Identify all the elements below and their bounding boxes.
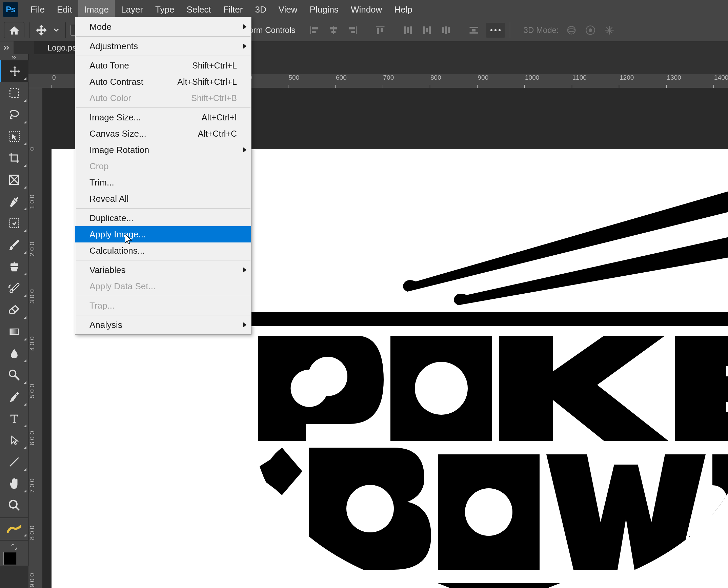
path-selection-tool[interactable]: [0, 429, 28, 451]
align-group-2: [371, 23, 389, 38]
ruler-tick: 1400: [713, 74, 728, 88]
move-tool-icon[interactable]: [34, 23, 48, 37]
zoom-tool[interactable]: [0, 494, 28, 516]
line-tool[interactable]: [0, 451, 28, 473]
distribute-center-v-icon[interactable]: [418, 23, 436, 38]
menu-item-apply-data-set: Apply Data Set...: [75, 278, 251, 294]
gradient-tool[interactable]: [0, 321, 28, 342]
eraser-tool[interactable]: [0, 299, 28, 321]
expand-panels-icon[interactable]: [0, 41, 14, 54]
object-selection-tool[interactable]: [0, 125, 28, 147]
clone-stamp-tool[interactable]: [0, 256, 28, 277]
move-tool[interactable]: [0, 60, 28, 82]
menu-item-duplicate[interactable]: Duplicate...: [75, 210, 251, 226]
menu-item-auto-tone[interactable]: Auto ToneShift+Ctrl+L: [75, 57, 251, 74]
more-options-button[interactable]: [486, 23, 505, 38]
menu-item-analysis[interactable]: Analysis: [75, 317, 251, 333]
svg-rect-12: [404, 26, 406, 34]
align-right-icon[interactable]: [344, 23, 361, 38]
tool-preset-chevron-icon[interactable]: [52, 28, 61, 32]
menu-item-mode[interactable]: Mode: [75, 19, 251, 35]
distribute-h-icon[interactable]: [465, 23, 483, 38]
toolbar-expand-icon[interactable]: [0, 54, 28, 60]
menu-view[interactable]: View: [272, 0, 304, 19]
type-tool[interactable]: [0, 408, 28, 429]
menu-item-adjustments[interactable]: Adjustments: [75, 38, 251, 54]
menu-item-label: Auto Contrast: [89, 77, 143, 87]
svg-rect-2: [312, 31, 316, 33]
align-center-h-icon[interactable]: [325, 23, 342, 38]
ruler-tick: 0: [28, 146, 43, 151]
logo-chopsticks: [397, 163, 728, 305]
menu-edit[interactable]: Edit: [51, 0, 78, 19]
marquee-tool[interactable]: [0, 82, 28, 104]
menu-image[interactable]: Image: [78, 0, 115, 19]
pen-tool[interactable]: [0, 386, 28, 408]
menu-3d[interactable]: 3D: [249, 0, 272, 19]
menu-item-trim[interactable]: Trim...: [75, 174, 251, 191]
menu-plugins[interactable]: Plugins: [304, 0, 345, 19]
menu-item-auto-contrast[interactable]: Auto ContrastAlt+Shift+Ctrl+L: [75, 74, 251, 90]
svg-rect-16: [426, 28, 428, 33]
orbit-icon[interactable]: [564, 23, 579, 37]
menu-help[interactable]: Help: [388, 0, 418, 19]
menu-type[interactable]: Type: [149, 0, 180, 19]
pan-icon[interactable]: [583, 23, 598, 37]
color-swatches[interactable]: [0, 552, 28, 566]
ruler-tick: 1300: [666, 74, 681, 88]
distribute-top-icon[interactable]: [399, 23, 417, 38]
ruler-tick: 9 0 0: [28, 572, 43, 587]
edit-toolbar-icon[interactable]: [0, 520, 28, 538]
crop-tool[interactable]: [0, 147, 28, 169]
blur-tool[interactable]: [0, 342, 28, 364]
frame-tool[interactable]: [0, 169, 28, 191]
menu-select[interactable]: Select: [180, 0, 217, 19]
healing-brush-tool[interactable]: [0, 212, 28, 234]
svg-point-25: [567, 29, 575, 32]
menu-item-variables[interactable]: Variables: [75, 262, 251, 278]
home-button[interactable]: [4, 22, 24, 38]
history-brush-tool[interactable]: [0, 277, 28, 299]
menu-item-image-rotation[interactable]: Image Rotation: [75, 142, 251, 158]
menu-item-label: Auto Tone: [89, 60, 129, 71]
align-left-icon[interactable]: [306, 23, 323, 38]
menu-item-label: Reveal All: [89, 194, 129, 204]
menu-item-apply-image[interactable]: Apply Image...: [75, 226, 251, 242]
logo-bowl: [248, 312, 728, 588]
ruler-tick: 2 0 0: [28, 241, 43, 256]
distribute-bottom-icon[interactable]: [437, 23, 455, 38]
menu-item-image-size[interactable]: Image Size...Alt+Ctrl+I: [75, 109, 251, 125]
svg-line-38: [16, 507, 19, 510]
app-icon[interactable]: Ps: [3, 2, 18, 17]
menu-filter[interactable]: Filter: [217, 0, 249, 19]
menu-item-label: Image Size...: [89, 112, 141, 123]
menu-item-canvas-size[interactable]: Canvas Size...Alt+Ctrl+C: [75, 125, 251, 142]
dolly-icon[interactable]: [602, 23, 616, 37]
ruler-tick: 1200: [619, 74, 634, 88]
svg-rect-4: [330, 27, 337, 29]
separator: [510, 22, 510, 38]
lasso-tool[interactable]: [0, 104, 28, 125]
menu-item-label: Adjustments: [89, 41, 138, 52]
svg-rect-13: [407, 27, 409, 33]
menu-window[interactable]: Window: [345, 0, 388, 19]
vertical-ruler[interactable]: 01 0 02 0 03 0 04 0 05 0 06 0 07 0 08 0 …: [28, 88, 43, 588]
foreground-color[interactable]: [3, 552, 16, 565]
ruler-tick: 6 0 0: [28, 430, 43, 445]
brush-tool[interactable]: [0, 234, 28, 256]
menu-item-reveal-all[interactable]: Reveal All: [75, 191, 251, 207]
align-top-icon[interactable]: [371, 23, 389, 38]
svg-rect-0: [310, 26, 311, 34]
dodge-tool[interactable]: [0, 364, 28, 386]
menu-file[interactable]: File: [24, 0, 51, 19]
svg-rect-34: [10, 329, 19, 335]
svg-rect-22: [469, 32, 478, 34]
menu-layer[interactable]: Layer: [115, 0, 149, 19]
menu-item-label: Apply Image...: [89, 229, 146, 240]
menu-item-label: Auto Color: [89, 93, 131, 103]
eyedropper-tool[interactable]: [0, 191, 28, 212]
menu-item-calculations[interactable]: Calculations...: [75, 242, 251, 259]
swap-colors-icon[interactable]: [0, 542, 28, 552]
svg-rect-28: [10, 89, 19, 97]
hand-tool[interactable]: [0, 473, 28, 494]
